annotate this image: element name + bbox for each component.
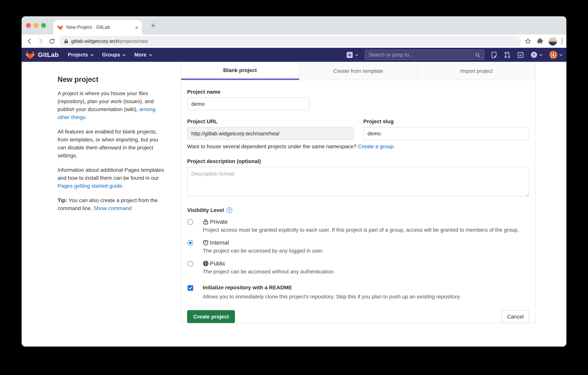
chevron-down-icon (539, 54, 543, 56)
sidebar-tip: Tip: You can also create a project from … (58, 196, 164, 212)
search-icon (475, 52, 480, 57)
user-menu[interactable] (549, 50, 563, 59)
cancel-button[interactable]: Cancel (501, 310, 529, 323)
visibility-help-icon[interactable]: ? (227, 207, 232, 213)
visibility-option-description: The project can be accessed without any … (203, 268, 529, 276)
global-search[interactable] (365, 50, 484, 60)
browser-tab-strip: New Project · GitLab × + (21, 16, 567, 34)
page-content: New project A project is where you house… (21, 62, 567, 347)
project-slug-input[interactable] (363, 127, 529, 140)
url-text: gitlab.widgetcorp.tech/projects/new (71, 38, 148, 44)
project-slug-label: Project slug (363, 118, 529, 124)
tab-close-icon[interactable]: × (135, 24, 138, 30)
project-url-label: Project URL (187, 118, 354, 124)
shield-icon (203, 239, 209, 245)
svg-text:?: ? (533, 53, 535, 57)
chevron-down-icon (123, 54, 126, 56)
pages-guide-link[interactable]: Pages getting started guide (58, 183, 122, 189)
help-menu[interactable]: ? (530, 51, 543, 58)
radio-public[interactable] (188, 261, 193, 266)
extensions-puzzle-icon[interactable] (536, 37, 544, 45)
new-project-panel: Blank project Create from template Impor… (181, 62, 536, 323)
project-url-input[interactable] (187, 127, 354, 140)
globe-icon (203, 260, 209, 266)
plus-square-icon (346, 51, 354, 59)
new-tab-button[interactable]: + (149, 22, 157, 30)
gitlab-wordmark: GitLab (38, 51, 59, 59)
visibility-option-description: Project access must be granted explicitl… (203, 226, 529, 234)
browser-window: New Project · GitLab × + gitlab.widgetco… (21, 16, 567, 347)
project-description-label: Project description (optional) (187, 158, 529, 164)
tab-import-project[interactable]: Import project (418, 62, 535, 80)
visibility-option-description: The project can be accessed by any logge… (203, 247, 529, 255)
merge-requests-icon[interactable] (504, 51, 511, 58)
visibility-option-label: Public (210, 260, 225, 266)
sidebar-help-column: New project A project is where you house… (58, 76, 164, 219)
check-icon (188, 286, 192, 290)
visibility-option-internal[interactable]: Internal The project can be accessed by … (187, 239, 529, 255)
reload-button[interactable] (48, 37, 56, 45)
sidebar-paragraph: A project is where you house your files … (58, 89, 164, 121)
show-command-link[interactable]: Show command (94, 205, 132, 211)
namespace-hint: Want to house several dependent projects… (187, 143, 529, 149)
project-type-tabs: Blank project Create from template Impor… (181, 62, 535, 80)
browser-toolbar: gitlab.widgetcorp.tech/projects/new (21, 34, 567, 48)
visibility-level-label: Visibility Level (187, 207, 224, 213)
project-name-input[interactable] (187, 98, 310, 110)
nav-menu-groups[interactable]: Groups (102, 52, 126, 58)
project-name-label: Project name (187, 89, 529, 95)
readme-checkbox[interactable] (188, 285, 193, 291)
chevron-down-icon (149, 54, 152, 56)
nav-menu-projects[interactable]: Projects (68, 52, 94, 58)
chevron-down-icon (355, 54, 358, 56)
initialize-readme-option[interactable]: Initialize repository with a README Allo… (187, 284, 529, 301)
browser-menu-icon[interactable] (561, 38, 563, 44)
gitlab-navbar: GitLab Projects Groups More (21, 48, 567, 62)
zoom-window-button[interactable] (41, 23, 46, 28)
url-path: /projects/new (119, 38, 148, 44)
chevron-down-icon (559, 54, 563, 56)
todos-icon[interactable] (517, 51, 524, 58)
chevron-down-icon (90, 54, 94, 56)
create-project-button[interactable]: Create project (187, 310, 235, 323)
browser-profile-avatar[interactable] (548, 37, 557, 45)
radio-private[interactable] (188, 219, 193, 225)
forward-button[interactable] (37, 37, 44, 45)
back-button[interactable] (25, 37, 33, 45)
gitlab-tanuki-icon (25, 50, 35, 59)
readme-label: Initialize repository with a README (203, 284, 529, 290)
gitlab-logo[interactable]: GitLab (25, 50, 59, 59)
page-title: New project (58, 76, 164, 84)
tab-blank-project[interactable]: Blank project (181, 62, 299, 80)
new-menu-button[interactable] (346, 51, 358, 59)
radio-internal[interactable] (188, 240, 193, 246)
user-avatar (549, 50, 558, 59)
sidebar-paragraph: Information about additional Pages templ… (58, 166, 164, 190)
traffic-lights (26, 23, 46, 28)
create-group-link[interactable]: Create a group. (358, 143, 395, 149)
sidebar-paragraph: All features are enabled for blank proje… (58, 128, 164, 160)
readme-description: Allows you to immediately clone this pro… (197, 293, 529, 301)
visibility-option-public[interactable]: Public The project can be accessed witho… (187, 260, 529, 276)
issues-icon[interactable] (491, 51, 497, 58)
browser-tab[interactable]: New Project · GitLab × (53, 20, 142, 34)
project-description-textarea[interactable] (187, 167, 529, 196)
url-bar[interactable]: gitlab.widgetcorp.tech/projects/new (60, 36, 520, 46)
help-icon: ? (530, 51, 538, 58)
search-input[interactable] (369, 52, 475, 58)
url-domain: gitlab.widgetcorp.tech (71, 38, 119, 44)
tab-create-from-template[interactable]: Create from template (299, 62, 418, 80)
close-window-button[interactable] (26, 23, 31, 28)
bookmark-star-icon[interactable] (524, 37, 532, 45)
lock-icon (64, 39, 68, 44)
blank-project-form: Project name Project URL Project slug Wa… (181, 80, 535, 323)
nav-menu-more[interactable]: More (134, 52, 152, 58)
visibility-option-private[interactable]: Private Project access must be granted e… (187, 218, 529, 234)
visibility-option-label: Internal (210, 239, 229, 246)
tab-title: New Project · GitLab (66, 25, 132, 30)
minimize-window-button[interactable] (34, 23, 38, 28)
gitlab-favicon-icon (57, 24, 63, 30)
lock-icon (203, 219, 209, 225)
visibility-option-label: Private (210, 218, 228, 225)
